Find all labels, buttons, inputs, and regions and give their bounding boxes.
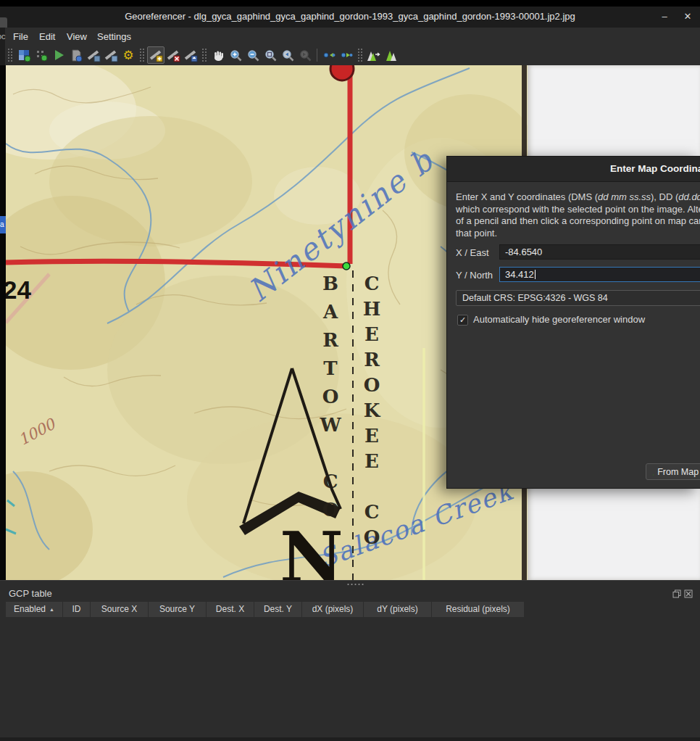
column-header-enabled[interactable]: Enabled▲ (6, 602, 62, 617)
gcp-point-green (343, 262, 350, 270)
background-window-fragment (0, 17, 7, 28)
menu-settings[interactable]: Settings (94, 30, 134, 43)
play-icon[interactable] (50, 46, 67, 64)
column-header-dest-y[interactable]: Dest. Y (254, 602, 301, 617)
zoom-in-icon[interactable] (227, 46, 244, 64)
toolbar-drag-handle[interactable] (139, 48, 145, 62)
column-header-id[interactable]: ID (63, 602, 90, 617)
pan-hand-icon[interactable] (209, 46, 227, 64)
float-panel-icon[interactable] (672, 589, 681, 598)
zoom-last-icon[interactable] (279, 46, 296, 64)
default-crs-button[interactable]: Default CRS: EPSG:4326 - WGS 84 (456, 290, 700, 306)
dialog-titlebar[interactable]: Enter Map Coordinates (447, 157, 700, 182)
toolbar-drag-handle[interactable] (357, 48, 363, 62)
dialog-description-line2: which correspond with the selected point… (456, 204, 700, 215)
georeferencer-window: Georeferencer - dlg_gyca_gaphind_gyca_ga… (0, 0, 700, 741)
close-panel-icon[interactable] (684, 589, 693, 598)
column-header-source-y[interactable]: Source Y (149, 602, 206, 617)
transformation-settings-gear-icon[interactable]: ⚙ (120, 46, 137, 64)
dialog-description-line3: of a pencil and then click a correspondi… (456, 215, 700, 226)
dialog-description-line1: Enter X and Y coordinates (DMS (dd mm ss… (456, 191, 700, 202)
enter-map-coordinates-dialog: Enter Map Coordinates Enter X and Y coor… (446, 156, 700, 489)
generate-gdal-script-icon[interactable] (67, 46, 85, 64)
local-histogram-stretch-icon[interactable] (365, 46, 383, 64)
link-georeferencer-to-qgis-icon[interactable] (320, 46, 338, 64)
delete-point-icon[interactable] (164, 46, 182, 64)
zoom-next-icon[interactable] (296, 46, 314, 64)
menu-file[interactable]: File (10, 30, 31, 43)
minimize-button[interactable]: – (655, 9, 674, 25)
menu-view[interactable]: View (64, 30, 90, 43)
link-qgis-to-georeferencer-icon[interactable] (338, 46, 355, 64)
move-gcp-point-icon[interactable] (182, 46, 199, 64)
background-window-text-fragment: oc (0, 32, 7, 42)
menu-bar: File Edit View Settings (0, 28, 700, 45)
column-header-dx[interactable]: dX (pixels) (302, 602, 363, 617)
load-gcp-points-icon[interactable] (85, 46, 102, 64)
panel-bottom-edge (0, 737, 700, 741)
gcp-table-panel: GCP table Enabled▲ ID Source X Source Y … (0, 580, 700, 741)
zoom-to-layer-icon[interactable] (262, 46, 279, 64)
open-raster-icon[interactable] (15, 46, 33, 64)
x-east-input[interactable]: -84.6540 (499, 244, 700, 260)
dialog-title: Enter Map Coordinates (610, 163, 700, 174)
text-caret (535, 270, 536, 279)
top-black-strip (0, 0, 700, 7)
y-north-input[interactable]: 34.412 (499, 267, 700, 282)
pencil-icon (651, 467, 654, 477)
from-map-canvas-button[interactable]: From Map Canvas (646, 463, 700, 480)
y-north-label: Y / North (456, 270, 493, 281)
column-header-dest-x[interactable]: Dest. X (207, 602, 254, 617)
toolbar-drag-handle[interactable] (201, 48, 207, 62)
window-titlebar[interactable]: Georeferencer - dlg_gyca_gaphind_gyca_ga… (0, 7, 700, 28)
gcp-table-header: Enabled▲ ID Source X Source Y Dest. X De… (6, 602, 525, 617)
gcp-panel-title: GCP table (9, 588, 52, 599)
gcp-marker-red (330, 65, 354, 80)
auto-hide-checkbox[interactable]: ✓ (457, 315, 468, 326)
panel-splitter-handle[interactable] (346, 583, 364, 586)
close-button[interactable]: ✕ (678, 9, 697, 25)
add-point-icon[interactable] (147, 46, 164, 64)
sort-ascending-icon: ▲ (49, 607, 54, 612)
zoom-out-icon[interactable] (244, 46, 262, 64)
x-east-label: X / East (456, 247, 489, 258)
window-title: Georeferencer - dlg_gyca_gaphind_gyca_ga… (0, 11, 700, 22)
auto-hide-checkbox-label: Automatically hide georeferencer window (473, 314, 645, 325)
column-header-residual[interactable]: Residual (pixels) (432, 602, 524, 617)
menu-edit[interactable]: Edit (36, 30, 58, 43)
column-header-dy[interactable]: dY (pixels) (364, 602, 431, 617)
toolbar-separator (317, 49, 317, 62)
toolbar: ⚙ (5, 45, 700, 66)
start-georeferencing-icon[interactable] (33, 46, 50, 64)
column-header-source-x[interactable]: Source X (91, 602, 148, 617)
dialog-description-line4: that point. (456, 228, 497, 239)
toolbar-drag-handle[interactable] (7, 48, 13, 62)
full-histogram-stretch-icon[interactable] (383, 46, 400, 64)
save-gcp-points-icon[interactable] (102, 46, 120, 64)
background-window-tab: a (0, 216, 6, 233)
